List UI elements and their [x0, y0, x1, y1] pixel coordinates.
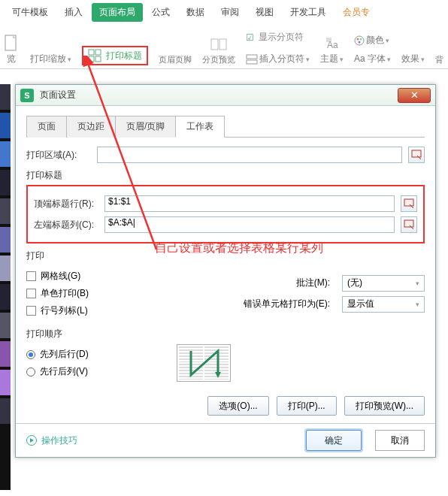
range-icon	[404, 198, 414, 209]
ctrl-color-font-group: 颜色▾ Aa 字体▾	[354, 34, 391, 65]
dialog-titlebar: S 页面设置 ✕	[16, 85, 435, 106]
ribbon-tab-data[interactable]: 数据	[179, 3, 212, 22]
svg-point-13	[360, 38, 362, 40]
ribbon-tab-member[interactable]: 会员专	[335, 3, 377, 22]
note-label: 批注(M):	[177, 277, 336, 289]
ribbon-tab-dev[interactable]: 开发工具	[283, 3, 334, 22]
chevron-down-icon: ▾	[306, 56, 310, 63]
preview-icon	[210, 36, 227, 53]
svg-rect-2	[95, 50, 101, 55]
ctrl-page-preview[interactable]: 分页预览	[202, 36, 235, 65]
error-label: 错误单元格打印为(E):	[177, 298, 336, 310]
gridlines-label: 网格线(G)	[41, 270, 80, 283]
ctrl-effect[interactable]: 效果▾	[401, 53, 425, 65]
svg-rect-3	[89, 56, 94, 62]
chevron-down-icon: ▾	[416, 301, 419, 308]
tab-page[interactable]: 页面	[26, 116, 67, 138]
ribbon-tab-review[interactable]: 审阅	[213, 3, 247, 22]
svg-rect-6	[219, 39, 226, 50]
insert-pagebreak-btn[interactable]: 插入分页符▾	[246, 53, 310, 65]
ctrl-print-titles[interactable]: 打印标题	[82, 46, 148, 65]
tab-worksheet[interactable]: 工作表	[175, 116, 225, 138]
range-icon	[404, 219, 414, 230]
order-section-label: 打印顺序	[26, 328, 425, 340]
ribbon-tab-insert[interactable]: 插入	[57, 3, 90, 22]
svg-point-11	[355, 36, 364, 45]
dialog-title: 页面设置	[40, 89, 398, 101]
note-value: (无)	[347, 277, 362, 289]
svg-rect-1	[89, 50, 94, 55]
svg-point-12	[357, 38, 359, 40]
page-setup-dialog: S 页面设置 ✕ 页面 页边距 页眉/页脚 工作表 打印区域(A): 打印标题 …	[15, 84, 436, 458]
annotation-text: 自己设置或者选择表格某行某列	[155, 240, 323, 256]
range-picker-button[interactable]	[401, 195, 417, 212]
ctrl-preview-label: 分页预览	[202, 54, 235, 65]
rowcol-label: 行号列标(L)	[41, 304, 88, 317]
options-button[interactable]: 选项(O)...	[207, 396, 268, 416]
ribbon-tab-template[interactable]: 可牛模板	[5, 3, 56, 22]
ribbon-tab-view[interactable]: 视图	[248, 3, 281, 22]
top-row-input[interactable]: $1:$1	[104, 195, 395, 212]
row-col-radio[interactable]: 先行后列(V)	[26, 365, 177, 378]
svg-point-14	[359, 41, 361, 43]
ribbon-tab-layout[interactable]: 页面布局	[92, 3, 143, 22]
ctrl-scale[interactable]: 打印缩放 ▾	[30, 53, 71, 65]
chevron-down-icon: ▾	[340, 56, 344, 63]
left-col-input[interactable]: $A:$A|	[104, 216, 395, 233]
chevron-down-icon: ▾	[386, 37, 389, 44]
col-row-label: 先列后行(D)	[40, 348, 89, 361]
mono-label: 单色打印(B)	[41, 287, 89, 300]
tips-link[interactable]: 操作技巧	[26, 434, 77, 447]
note-select[interactable]: (无)▾	[342, 275, 425, 292]
ctrl-view[interactable]: 览	[3, 35, 20, 65]
chevron-down-icon: ▾	[421, 56, 425, 63]
ok-button[interactable]: 确定	[306, 430, 362, 451]
order-diagram	[177, 344, 231, 382]
svg-rect-16	[404, 199, 413, 206]
play-icon	[26, 435, 37, 446]
ctrl-bg[interactable]: 背	[435, 54, 443, 65]
rowcol-check[interactable]: 行号列标(L)	[26, 304, 177, 317]
svg-rect-17	[404, 220, 413, 227]
range-icon	[411, 150, 422, 160]
page-icon	[3, 35, 20, 51]
ribbon-tabs: 可牛模板 插入 页面布局 公式 数据 审阅 视图 开发工具 会员专	[0, 0, 448, 22]
chevron-down-icon: ▾	[416, 280, 419, 287]
insert-pb-label: 插入分页符	[259, 53, 304, 65]
gridlines-check[interactable]: 网格线(G)	[26, 270, 177, 283]
theme-label: 主题	[320, 53, 338, 65]
svg-rect-7	[247, 55, 257, 59]
font-btn[interactable]: Aa 字体▾	[354, 53, 391, 65]
ctrl-scale-label: 打印缩放	[30, 53, 66, 65]
chevron-down-icon: ▾	[387, 56, 391, 63]
show-pagebreak-check[interactable]: ☑显示分页符	[246, 31, 304, 44]
print-button[interactable]: 打印(P)...	[277, 396, 337, 416]
left-col-label: 左端标题列(C):	[34, 219, 98, 231]
print-area-label: 打印区域(A):	[26, 149, 91, 162]
ribbon-tab-formula[interactable]: 公式	[144, 3, 177, 22]
ctrl-headfoot[interactable]: 页眉页脚	[159, 54, 192, 65]
ctrl-theme[interactable]: Aa 主题▾	[320, 35, 344, 65]
row-col-label: 先行后列(V)	[40, 365, 88, 378]
color-btn[interactable]: 颜色▾	[354, 34, 389, 47]
titles-highlight-box: 顶端标题行(R): $1:$1 左端标题列(C): $A:$A|	[26, 185, 425, 243]
range-picker-button[interactable]	[408, 147, 425, 163]
error-select[interactable]: 显示值▾	[342, 296, 425, 313]
print-area-input[interactable]	[97, 147, 402, 163]
col-row-radio[interactable]: 先列后行(D)	[26, 348, 177, 361]
tab-headfoot[interactable]: 页眉/页脚	[115, 116, 176, 138]
close-button[interactable]: ✕	[398, 88, 431, 103]
show-pb-label: 显示分页符	[259, 31, 304, 44]
ctrl-hf-label: 页眉页脚	[159, 54, 192, 65]
ribbon-controls: 览 打印缩放 ▾ 打印标题 页眉页脚 分页预览 ☑显示分页符 插入分页符▾ Aa…	[0, 22, 448, 69]
side-decoration	[0, 84, 11, 490]
ctrl-pagebreak-group: ☑显示分页符 插入分页符▾	[246, 26, 310, 65]
preview-button[interactable]: 打印预览(W)...	[344, 396, 425, 416]
cancel-button[interactable]: 取消	[375, 430, 425, 451]
error-value: 显示值	[347, 298, 374, 310]
tab-margin[interactable]: 页边距	[66, 116, 116, 138]
mono-check[interactable]: 单色打印(B)	[26, 287, 177, 300]
top-row-label: 顶端标题行(R):	[34, 198, 98, 210]
range-picker-button[interactable]	[401, 216, 417, 233]
ctrl-view-label: 览	[7, 53, 16, 65]
